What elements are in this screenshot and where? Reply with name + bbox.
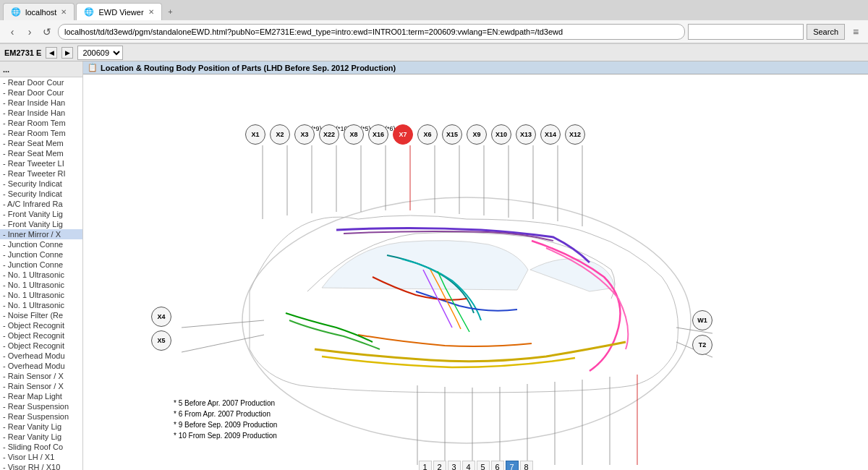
connector-X6[interactable]: X6 <box>417 124 438 145</box>
sidebar-item-24[interactable]: - Object Recognit <box>0 320 82 330</box>
sidebar-item-10[interactable]: - Security Indicat <box>0 179 82 189</box>
connector-X3[interactable]: X3 <box>294 124 315 145</box>
search-input[interactable] <box>688 24 804 40</box>
sidebar-item-29[interactable]: - Rain Sensor / X <box>0 371 82 381</box>
sidebar-item-30[interactable]: - Rain Sensor / X <box>0 381 82 391</box>
connector-X12[interactable]: X12 <box>565 124 585 145</box>
sidebar-item-8[interactable]: - Rear Tweeter LI <box>0 158 82 168</box>
app-id: EM2731 E <box>4 48 41 57</box>
sidebar-item-19[interactable]: - No. 1 Ultrasonic <box>0 270 82 280</box>
sidebar-item-34[interactable]: - Rear Vanity Lig <box>0 422 82 432</box>
sidebar-item-18[interactable]: - Junction Conne <box>0 260 82 270</box>
note-item: * 10 From Sep. 2009 Production <box>174 430 277 441</box>
connector-X22[interactable]: X22 <box>319 124 339 145</box>
next-section-button[interactable]: ▶ <box>61 47 73 59</box>
nav-bar: ‹ › ↺ Search ≡ <box>0 20 868 43</box>
sidebar-item-21[interactable]: - No. 1 Ultrasonic <box>0 290 82 300</box>
sidebar-item-6[interactable]: - Rear Seat Mem <box>0 138 82 148</box>
connector-X13[interactable]: X13 <box>516 124 536 145</box>
note-item: * 5 Before Apr. 2007 Production <box>174 398 277 409</box>
app-toolbar: EM2731 E ◀ ▶ 200609 <box>0 44 868 61</box>
connector-X7[interactable]: X7 <box>393 124 413 145</box>
connector-X9[interactable]: X9 <box>467 124 487 145</box>
sidebar-item-22[interactable]: - No. 1 Ultrasonic <box>0 300 82 310</box>
diagram-container: (*9) (*10) (*5) (*6) X1X2X3X22X8X16X7X6X… <box>83 74 868 470</box>
sidebar-item-31[interactable]: - Rear Map Light <box>0 391 82 401</box>
sidebar-item-0[interactable]: - Rear Door Cour <box>0 77 82 87</box>
tab-close-localhost[interactable]: ✕ <box>61 8 67 16</box>
search-button[interactable]: Search <box>807 24 845 40</box>
sidebar-item-5[interactable]: - Rear Room Tem <box>0 128 82 138</box>
tab-label-ewd: EWD Viewer <box>98 8 143 17</box>
connector-X2[interactable]: X2 <box>270 124 290 145</box>
sidebar-item-23[interactable]: - Noise Filter (Re <box>0 310 82 320</box>
sidebar-item-1[interactable]: - Rear Door Cour <box>0 87 82 98</box>
sidebar-item-27[interactable]: - Overhead Modu <box>0 351 82 361</box>
page-3[interactable]: 3 <box>448 461 461 470</box>
page-5[interactable]: 5 <box>477 461 490 470</box>
sidebar-item-16[interactable]: - Junction Conne <box>0 239 82 249</box>
sidebar-item-3[interactable]: - Rear Inside Han <box>0 108 82 118</box>
settings-button[interactable]: ≡ <box>848 24 864 40</box>
tab-favicon-ewd: 🌐 <box>84 7 94 17</box>
sidebar-item-32[interactable]: - Rear Suspension <box>0 401 82 411</box>
connector-X10[interactable]: X10 <box>491 124 511 145</box>
content-header-icon: 📋 <box>88 63 98 72</box>
sidebar-item-2[interactable]: - Rear Inside Han <box>0 98 82 108</box>
connector-W1[interactable]: W1 <box>692 310 712 330</box>
connector-X5[interactable]: X5 <box>151 330 171 351</box>
sidebar-item-38[interactable]: - Visor RH / X10 <box>0 462 82 470</box>
sidebar-item-33[interactable]: - Rear Suspension <box>0 411 82 422</box>
note-item: * 9 Before Sep. 2009 Production <box>174 419 277 430</box>
connector-X14[interactable]: X14 <box>540 124 561 145</box>
sidebar-item-4[interactable]: - Rear Room Tem <box>0 118 82 128</box>
sidebar-item-37[interactable]: - Visor LH / X1 <box>0 452 82 462</box>
forward-button[interactable]: › <box>22 24 38 40</box>
tab-favicon: 🌐 <box>11 7 21 17</box>
page-2[interactable]: 2 <box>433 461 446 470</box>
connector-X1[interactable]: X1 <box>245 124 265 145</box>
new-tab-button[interactable]: + <box>163 4 178 19</box>
sidebar-item-15[interactable]: - Inner Mirror / X <box>0 229 82 239</box>
sidebar-item-17[interactable]: - Junction Conne <box>0 249 82 260</box>
sidebar-item-7[interactable]: - Rear Seat Mem <box>0 148 82 158</box>
sidebar-item-14[interactable]: - Front Vanity Lig <box>0 219 82 229</box>
sidebar-item-20[interactable]: - No. 1 Ultrasonic <box>0 280 82 290</box>
page-6[interactable]: 6 <box>491 461 504 470</box>
page-navigation: 12345678 <box>419 461 533 470</box>
nav-arrows: ‹ › ↺ <box>4 24 55 40</box>
page-1[interactable]: 1 <box>419 461 432 470</box>
page-4[interactable]: 4 <box>462 461 475 470</box>
sidebar-item-13[interactable]: - Front Vanity Lig <box>0 209 82 219</box>
connector-X16[interactable]: X16 <box>368 124 388 145</box>
sidebar-item-25[interactable]: - Object Recognit <box>0 330 82 341</box>
refresh-button[interactable]: ↺ <box>39 24 55 40</box>
prev-section-button[interactable]: ◀ <box>46 47 57 59</box>
sidebar-list: - Rear Door Cour- Rear Door Cour- Rear I… <box>0 77 82 470</box>
tab-ewd[interactable]: 🌐 EWD Viewer ✕ <box>76 3 161 20</box>
sidebar-item-35[interactable]: - Rear Vanity Lig <box>0 432 82 442</box>
sidebar-item-28[interactable]: - Overhead Modu <box>0 361 82 371</box>
tab-close-ewd[interactable]: ✕ <box>148 8 154 16</box>
svg-line-16 <box>182 335 264 352</box>
svg-line-15 <box>182 320 264 328</box>
tab-label: localhost <box>25 8 56 17</box>
sidebar: ... - Rear Door Cour- Rear Door Cour- Re… <box>0 61 83 470</box>
sidebar-item-26[interactable]: - Object Recognit <box>0 341 82 351</box>
sidebar-item-9[interactable]: - Rear Tweeter RI <box>0 168 82 179</box>
main-container: ... - Rear Door Cour- Rear Door Cour- Re… <box>0 61 868 470</box>
connector-T2[interactable]: T2 <box>692 335 712 355</box>
sidebar-item-36[interactable]: - Sliding Roof Co <box>0 442 82 452</box>
back-button[interactable]: ‹ <box>4 24 20 40</box>
version-dropdown[interactable]: 200609 <box>77 46 123 60</box>
tab-localhost[interactable]: 🌐 localhost ✕ <box>3 3 75 20</box>
connector-X15[interactable]: X15 <box>442 124 462 145</box>
connector-X8[interactable]: X8 <box>344 124 364 145</box>
connector-X4[interactable]: X4 <box>151 307 171 327</box>
address-bar[interactable] <box>58 24 685 40</box>
page-8[interactable]: 8 <box>520 461 533 470</box>
page-7[interactable]: 7 <box>506 461 519 470</box>
sidebar-item-12[interactable]: - A/C Infrared Ra <box>0 199 82 209</box>
sidebar-item-11[interactable]: - Security Indicat <box>0 189 82 199</box>
tab-bar: 🌐 localhost ✕ 🌐 EWD Viewer ✕ + <box>0 0 868 20</box>
